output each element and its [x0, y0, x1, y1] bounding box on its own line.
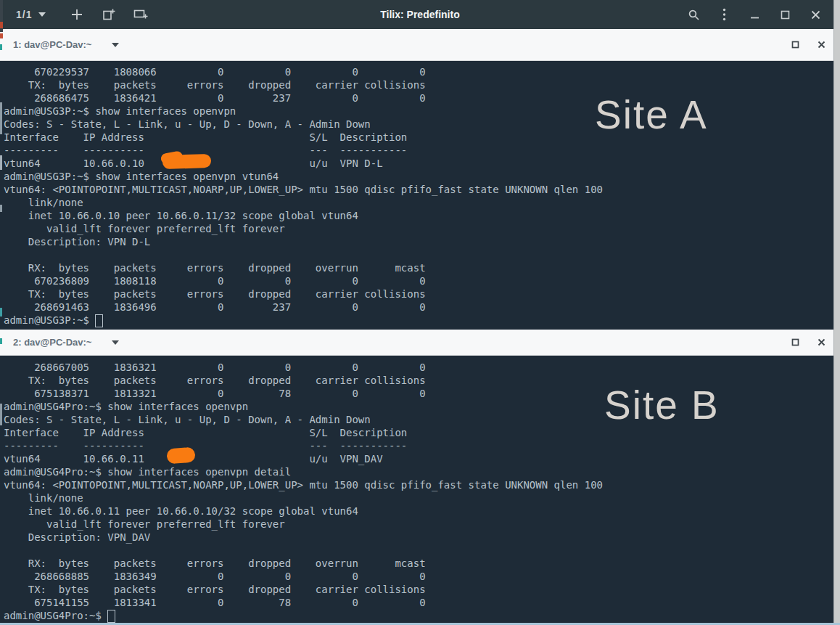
maximize-button[interactable]: [773, 3, 796, 26]
pane2-title: 2: dav@PC-Dav:~: [13, 337, 91, 348]
window-titlebar: 1/1 Tilix: Predefinito: [0, 0, 840, 30]
split-terminal-down-button[interactable]: [130, 4, 152, 25]
chevron-down-icon: [38, 12, 46, 17]
pane1-title: 1: dav@PC-Dav:~: [13, 39, 91, 50]
minimize-icon: [750, 10, 759, 20]
search-icon: [688, 9, 700, 21]
pane-maximize-icon: [791, 338, 799, 346]
pane2-cursor: [107, 610, 115, 623]
pane1-maximize-button[interactable]: [789, 39, 801, 51]
tilix-window: 1/1 Tilix: Predefinito: [0, 0, 840, 625]
pane2-close-button[interactable]: [815, 337, 827, 348]
chevron-down-icon[interactable]: [112, 43, 119, 47]
pane2-maximize-button[interactable]: [789, 337, 801, 348]
pane-close-icon: [818, 338, 825, 346]
split-right-icon: [102, 8, 116, 21]
pane2-terminal[interactable]: 268667005 1836321 0 0 0 0 TX: bytes pack…: [0, 356, 840, 625]
site-a-annotation: Site A: [595, 91, 708, 138]
pane1-cursor: [95, 314, 103, 327]
menu-button[interactable]: [712, 3, 736, 26]
split-terminal-right-button[interactable]: [98, 4, 120, 25]
close-button[interactable]: [804, 3, 827, 26]
new-session-button[interactable]: [66, 4, 88, 25]
split-down-icon: [133, 8, 148, 21]
pane-maximize-icon: [791, 41, 799, 49]
pane2-header[interactable]: 2: dav@PC-Dav:~: [0, 330, 840, 356]
search-button[interactable]: [682, 3, 705, 26]
plus-icon: [70, 8, 83, 21]
chevron-down-icon[interactable]: [112, 340, 119, 345]
maximize-icon: [781, 10, 790, 20]
pane1-terminal[interactable]: 670229537 1808066 0 0 0 0 TX: bytes pack…: [0, 61, 840, 330]
site-b-annotation: Site B: [604, 382, 720, 428]
kebab-menu-icon: [722, 8, 726, 21]
redaction-scribble: [166, 447, 195, 465]
minimize-button[interactable]: [743, 3, 766, 26]
pane1-terminal-output: 670229537 1808066 0 0 0 0 TX: bytes pack…: [0, 61, 840, 327]
right-edge-strip: [833, 0, 840, 625]
pane1-header[interactable]: 1: dav@PC-Dav:~: [0, 29, 840, 61]
pane-close-icon: [818, 41, 825, 49]
pane1-close-button[interactable]: [815, 39, 827, 51]
session-switcher[interactable]: 1/1: [12, 6, 50, 23]
close-icon: [811, 10, 820, 20]
session-count-label: 1/1: [16, 9, 32, 20]
redaction-scribble: [162, 154, 212, 169]
